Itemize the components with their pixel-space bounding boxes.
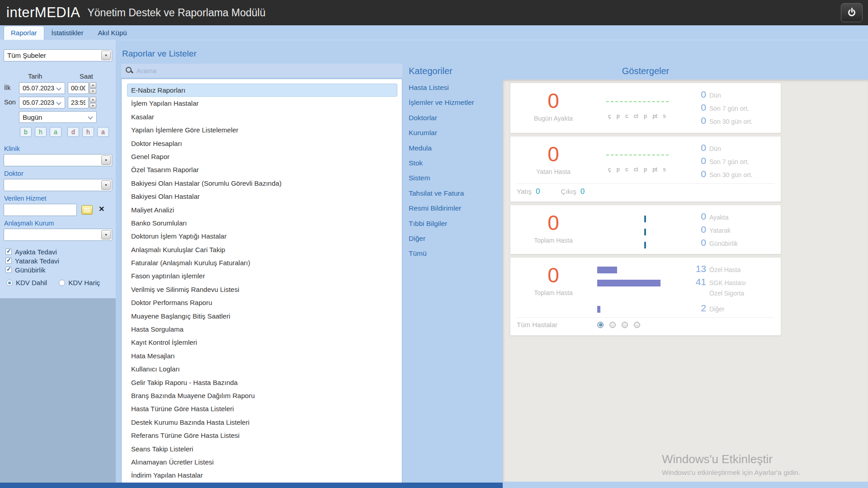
spinner-up-icon[interactable]: ▲: [90, 97, 96, 103]
tab[interactable]: İstatistikler: [44, 26, 91, 40]
category-item[interactable]: Tümü: [409, 248, 474, 263]
stat-row: 13 Özel Hasta: [693, 263, 781, 277]
report-list-item[interactable]: Yapılan İşlemlere Göre Listelemeler: [127, 123, 397, 136]
chevron-down-icon[interactable]: [88, 114, 93, 119]
first-time-stepper[interactable]: ▲▼: [90, 82, 96, 94]
spinner-down-icon[interactable]: ▼: [90, 103, 96, 109]
category-item[interactable]: Medula: [409, 143, 474, 158]
treatment-checkbox[interactable]: Günübirlik: [5, 265, 59, 274]
report-list-item[interactable]: Banko Sorumluları: [127, 216, 397, 230]
power-icon: [847, 8, 857, 18]
first-date-input[interactable]: 05.07.2023: [19, 82, 65, 94]
patients-scope-radio[interactable]: [634, 322, 640, 328]
category-item[interactable]: İşlemler ve Hizmetler: [409, 97, 474, 112]
spinner-up-icon[interactable]: ▲: [90, 82, 96, 88]
institution-select[interactable]: [4, 229, 112, 241]
report-list-item[interactable]: Genel Rapor: [127, 150, 397, 163]
treatment-checkbox[interactable]: Yatarak Tedavi: [5, 256, 59, 265]
report-list-item[interactable]: Verilmiş ve Silinmiş Randevu Listesi: [127, 283, 397, 296]
chevron-down-icon[interactable]: [101, 180, 111, 190]
report-list-item[interactable]: Hasta Türüne Göre Hasta Listeleri: [127, 402, 397, 415]
report-list-item[interactable]: Seans Takip Listeleri: [127, 442, 397, 455]
report-list-item[interactable]: Destek Kurumu Bazında Hasta Listeleri: [127, 416, 397, 429]
quick-period-button[interactable]: b: [20, 127, 32, 137]
quick-period-button[interactable]: h: [35, 127, 47, 137]
report-list-item[interactable]: Doktor Hesapları: [127, 137, 397, 150]
quick-period-button[interactable]: d: [67, 127, 79, 137]
doctor-select[interactable]: [4, 179, 112, 191]
report-list-item[interactable]: Kullanıcı Logları: [127, 362, 397, 375]
chevron-down-icon[interactable]: [56, 85, 61, 90]
report-list-item[interactable]: Kasalar: [127, 110, 397, 123]
category-item[interactable]: Tıbbi Bilgiler: [409, 218, 474, 233]
chevron-down-icon[interactable]: [56, 100, 61, 105]
spinner-down-icon[interactable]: ▼: [90, 89, 96, 94]
category-item[interactable]: Stok: [409, 158, 474, 173]
card-label: Yatan Hasta: [510, 168, 596, 175]
category-item[interactable]: Sistem: [409, 173, 474, 188]
branch-select-value: Tüm Şubeler: [4, 52, 101, 59]
category-item[interactable]: Kurumlar: [409, 127, 474, 142]
patients-scope-radio[interactable]: [609, 322, 616, 328]
report-list-item[interactable]: Muayene Başlangıç Bitiş Saatleri: [127, 310, 397, 323]
quick-period-button[interactable]: a: [97, 127, 109, 137]
report-list-item[interactable]: Maliyet Analizi: [127, 203, 397, 216]
treatment-checkbox[interactable]: Ayakta Tedavi: [5, 247, 59, 256]
service-input[interactable]: [4, 204, 77, 216]
last-time-input[interactable]: [68, 97, 89, 108]
category-item[interactable]: Diğer: [409, 233, 474, 248]
category-item[interactable]: Doktorlar: [409, 113, 474, 127]
stat-row: 0 Günübirlik: [693, 237, 781, 250]
chevron-down-icon[interactable]: [101, 51, 111, 60]
branch-select[interactable]: Tüm Şubeler: [4, 49, 112, 61]
report-list-item[interactable]: Anlaşmalı Kuruluşlar Cari Takip: [127, 243, 397, 256]
clear-icon[interactable]: ✕: [99, 205, 104, 213]
report-list-item[interactable]: İşlem Yapılan Hastalar: [127, 97, 397, 110]
category-item[interactable]: Hasta Listesi: [409, 82, 474, 97]
first-time-input[interactable]: [68, 82, 89, 94]
tab[interactable]: Akıl Küpü: [90, 26, 134, 40]
report-list-item[interactable]: Doktorun İşlem Yaptığı Hastalar: [127, 230, 397, 243]
quick-period-button[interactable]: a: [50, 127, 61, 137]
clinic-select[interactable]: [4, 154, 112, 166]
category-item[interactable]: Tahsilat ve Fatura: [409, 188, 474, 203]
report-list-item[interactable]: Alınamayan Ücretler Listesi: [127, 455, 397, 469]
report-list-item[interactable]: Doktor Performans Raporu: [127, 296, 397, 309]
stat-row: 0 Son 30 gün ort.: [693, 115, 781, 128]
report-list-item[interactable]: Branş Bazında Muayene Dağılım Raporu: [127, 389, 397, 402]
stat-row: 0 Yatarak: [693, 224, 781, 237]
quick-period-button[interactable]: h: [82, 127, 94, 137]
category-item[interactable]: Resmi Bildirimler: [409, 203, 474, 218]
indicator-card-outpatient-today: 0 Bugün Ayakta ç p c ct p pt s 0 Dün 0 S…: [510, 83, 781, 133]
service-browse-icon[interactable]: [81, 205, 93, 215]
report-list-item[interactable]: Fason yaptırılan işlemler: [127, 269, 397, 282]
report-list-item[interactable]: Bakiyesi Olan Hastalar: [127, 190, 397, 203]
last-time-stepper[interactable]: ▲▼: [90, 97, 96, 108]
windows-activation-watermark-title: Windows'u Etkinleştir: [662, 452, 773, 466]
category-list: Hasta Listesiİşlemler ve HizmetlerDoktor…: [409, 82, 474, 263]
patients-scope-radio[interactable]: [597, 322, 604, 328]
chevron-down-icon[interactable]: [101, 155, 111, 165]
last-date-input[interactable]: 05.07.2023: [19, 97, 65, 108]
report-list-item[interactable]: Hata Mesajları: [127, 349, 397, 362]
report-list-item[interactable]: Referans Türüne Göre Hasta Listesi: [127, 429, 397, 442]
report-list-item[interactable]: Bakiyesi Olan Hastalar (Sorumlu Görevli …: [127, 177, 397, 190]
report-list-item[interactable]: İndirim Yapılan Hastalar: [127, 469, 397, 482]
tab[interactable]: Raporlar: [4, 26, 44, 40]
kdv-radio[interactable]: KDV Dahil: [6, 279, 47, 286]
report-search[interactable]: [121, 64, 402, 77]
report-list-item[interactable]: Kayıt Kontrol İşlemleri: [127, 336, 397, 349]
chevron-down-icon[interactable]: [101, 230, 111, 239]
report-list-item[interactable]: Hasta Sorgulama: [127, 323, 397, 336]
search-input[interactable]: [137, 67, 390, 75]
period-select[interactable]: Bugün: [19, 111, 97, 123]
patients-scope-radio[interactable]: [622, 322, 628, 328]
power-button[interactable]: [841, 3, 863, 22]
report-list-item[interactable]: Gelir Takip Raporu - Hasta Bazında: [127, 376, 397, 389]
sparkline-chart: [606, 155, 669, 155]
report-list-item[interactable]: Faturalar (Anlaşmalı Kuruluş Faturaları): [127, 256, 397, 269]
report-list-item[interactable]: Özel Tasarım Raporlar: [127, 163, 397, 176]
report-list-item[interactable]: E-Nabız Raporları: [127, 84, 397, 97]
kdv-radio[interactable]: KDV Hariç: [59, 279, 100, 286]
app-header: interMEDIA Yönetim Destek ve Raporlama M…: [0, 0, 868, 25]
